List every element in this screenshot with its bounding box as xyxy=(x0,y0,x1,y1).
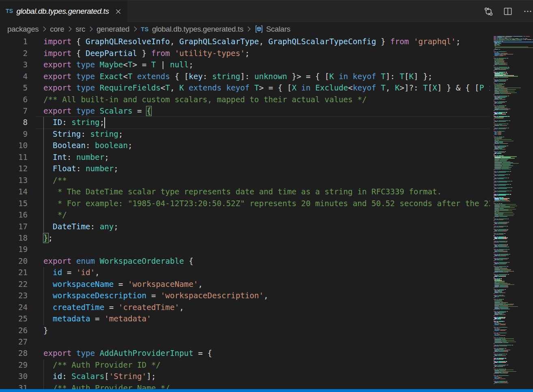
minimap-line xyxy=(500,308,508,308)
breadcrumb-item-file[interactable]: TSglobal.db.types.generated.ts xyxy=(141,25,243,34)
code-line-14[interactable]: * The DateTime scalar type represents da… xyxy=(43,186,442,198)
tab-global-db-types-generated-ts[interactable]: TS global.db.types.generated.ts xyxy=(0,0,127,22)
code-line-17[interactable]: DateTime: any; xyxy=(43,221,118,233)
minimap-line xyxy=(496,146,498,146)
minimap-line xyxy=(502,355,502,355)
close-icon[interactable] xyxy=(114,7,123,16)
minimap[interactable] xyxy=(490,36,533,392)
minimap-line xyxy=(507,58,508,58)
status-bar[interactable] xyxy=(0,389,533,392)
line-number-14[interactable]: 14 xyxy=(0,186,28,198)
line-number-13[interactable]: 13 xyxy=(0,175,28,186)
minimap-line xyxy=(496,361,498,362)
breadcrumb-item-core[interactable]: core xyxy=(50,25,64,34)
minimap-line xyxy=(494,129,497,129)
code-line-2[interactable]: import { DeepPartial } from 'utility-typ… xyxy=(43,48,249,59)
minimap-line xyxy=(496,147,497,148)
line-number-26[interactable]: 26 xyxy=(0,325,28,336)
breadcrumb-item-symbol[interactable]: Scalars xyxy=(255,25,290,34)
minimap-line xyxy=(507,80,508,80)
breadcrumb-item-packages[interactable]: packages xyxy=(7,25,39,34)
line-number-30[interactable]: 30 xyxy=(0,371,28,382)
minimap-line xyxy=(496,171,498,172)
line-number-24[interactable]: 24 xyxy=(0,302,28,313)
line-number-15[interactable]: 15 xyxy=(0,198,28,209)
code-line-13[interactable]: /** xyxy=(43,175,67,186)
line-number-18[interactable]: 18 xyxy=(0,233,28,244)
line-number-4[interactable]: 4 xyxy=(0,71,28,82)
line-number-1[interactable]: 1 xyxy=(0,36,28,47)
code-line-22[interactable]: workspaceName = 'workspaceName', xyxy=(43,279,203,290)
code-line-15[interactable]: * For example: "1985-04-12T23:20:50.52Z"… xyxy=(43,198,490,209)
line-number-28[interactable]: 28 xyxy=(0,348,28,359)
line-number-9[interactable]: 9 xyxy=(0,129,28,140)
minimap-line xyxy=(494,58,496,58)
minimap-line xyxy=(499,149,499,149)
code-line-9[interactable]: String: string; xyxy=(43,129,123,140)
line-number-7[interactable]: 7 xyxy=(0,106,28,117)
line-number-16[interactable]: 16 xyxy=(0,209,28,221)
minimap-line xyxy=(494,343,494,344)
open-changes-icon[interactable] xyxy=(484,6,493,16)
minimap-line xyxy=(500,49,500,50)
minimap-line xyxy=(494,288,494,288)
line-number-17[interactable]: 17 xyxy=(0,221,28,233)
minimap-line xyxy=(499,274,507,275)
line-number-25[interactable]: 25 xyxy=(0,313,28,325)
line-number-20[interactable]: 20 xyxy=(0,256,28,267)
line-number-3[interactable]: 3 xyxy=(0,59,28,71)
code-line-24[interactable]: createdTime = 'createdTime', xyxy=(43,302,184,313)
line-number-5[interactable]: 5 xyxy=(0,82,28,94)
minimap-line xyxy=(500,210,508,210)
code-line-28[interactable]: export type AddAuthProviderInput = { xyxy=(43,348,212,359)
code-line-5[interactable]: export type RequireFields<T, K extends k… xyxy=(43,82,490,94)
code-line-3[interactable]: export type Maybe<T> = T | null; xyxy=(43,59,193,71)
line-number-2[interactable]: 2 xyxy=(0,48,28,59)
code-line-1[interactable]: import { GraphQLResolveInfo, GraphQLScal… xyxy=(43,36,460,47)
line-number-27[interactable]: 27 xyxy=(0,336,28,348)
minimap-line xyxy=(497,90,498,90)
line-number-29[interactable]: 29 xyxy=(0,360,28,371)
code-line-20[interactable]: export enum WorkspaceOrderable { xyxy=(43,256,193,267)
code-line-29[interactable]: /** Auth Provider ID */ xyxy=(43,360,161,371)
breadcrumb-item-generated[interactable]: generated xyxy=(97,25,129,34)
minimap-line xyxy=(494,307,498,308)
line-number-6[interactable]: 6 xyxy=(0,94,28,106)
line-number-21[interactable]: 21 xyxy=(0,267,28,278)
line-number-11[interactable]: 11 xyxy=(0,152,28,163)
line-number-19[interactable]: 19 xyxy=(0,244,28,255)
minimap-line xyxy=(504,38,504,38)
minimap-line xyxy=(494,265,494,265)
code-line-11[interactable]: Int: number; xyxy=(43,152,109,163)
code-line-26[interactable]: } xyxy=(43,325,48,336)
minimap-line xyxy=(494,348,496,349)
line-number-23[interactable]: 23 xyxy=(0,290,28,302)
minimap-line xyxy=(501,169,510,169)
code-line-10[interactable]: Boolean: boolean; xyxy=(43,140,133,151)
line-number-8[interactable]: 8 xyxy=(0,117,28,128)
code-line-12[interactable]: Float: number; xyxy=(43,163,118,174)
minimap-line xyxy=(499,171,509,172)
code-editor[interactable]: 1import { GraphQLResolveInfo, GraphQLSca… xyxy=(0,36,490,392)
code-line-7[interactable]: export type Scalars = { xyxy=(43,106,151,117)
minimap-line xyxy=(507,182,507,182)
minimap-line xyxy=(494,205,499,205)
line-number-12[interactable]: 12 xyxy=(0,163,28,174)
code-line-30[interactable]: id: Scalars['String']; xyxy=(43,371,156,382)
line-number-10[interactable]: 10 xyxy=(0,140,28,151)
minimap-line xyxy=(494,330,499,331)
code-line-21[interactable]: id = 'id', xyxy=(43,267,100,278)
minimap-line xyxy=(494,170,494,170)
breadcrumb-item-src[interactable]: src xyxy=(75,25,85,34)
line-number-22[interactable]: 22 xyxy=(0,279,28,290)
code-line-8[interactable]: ID: string; xyxy=(43,117,104,128)
minimap-line xyxy=(500,313,503,313)
more-actions-icon[interactable] xyxy=(523,6,533,16)
split-editor-icon[interactable] xyxy=(503,6,513,16)
code-line-6[interactable]: /** All built-in and custom scalars, map… xyxy=(43,94,367,106)
code-line-4[interactable]: export type Exact<T extends { [key: stri… xyxy=(43,71,432,82)
code-line-23[interactable]: workspaceDescription = 'workspaceDescrip… xyxy=(43,290,269,302)
code-line-25[interactable]: metadata = 'metadata' xyxy=(43,313,151,325)
minimap-line xyxy=(496,349,499,349)
code-line-16[interactable]: */ xyxy=(43,209,67,221)
